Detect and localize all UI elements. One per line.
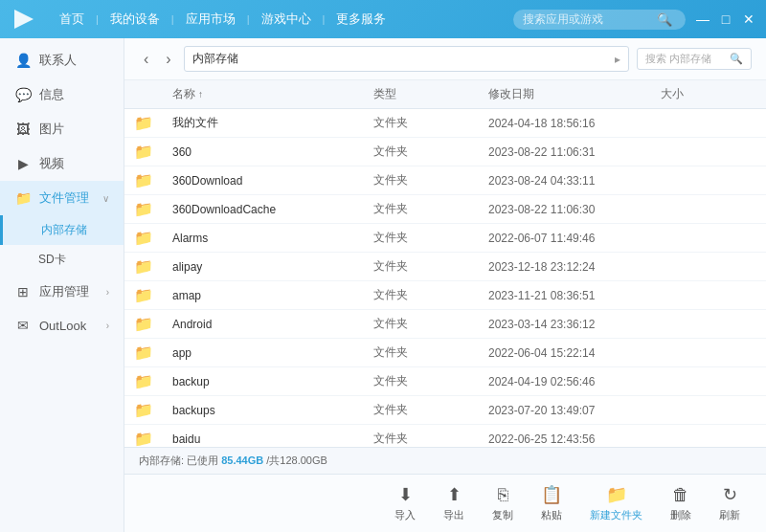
copy-button[interactable]: ⎘ 复制: [481, 481, 525, 526]
table-row[interactable]: 📁 360Download 文件夹 2023-08-24 04:33:11: [124, 166, 766, 195]
folder-icon: 📁: [134, 286, 172, 304]
outlook-icon: ✉: [14, 318, 32, 333]
top-search-input[interactable]: [523, 12, 657, 26]
file-name: Alarms: [172, 232, 373, 245]
file-date: 2023-08-22 11:06:30: [488, 203, 661, 216]
maximize-button[interactable]: □: [718, 11, 733, 27]
file-rows-container: 📁 我的文件 文件夹 2024-04-18 18:56:16 📁 360 文件夹…: [124, 109, 766, 447]
refresh-button[interactable]: ↻ 刷新: [708, 480, 752, 526]
delete-button[interactable]: 🗑 删除: [659, 481, 703, 526]
minimize-button[interactable]: —: [695, 11, 710, 27]
sidebar-item-videos[interactable]: ▶ 视频: [0, 146, 124, 181]
paste-button[interactable]: 📋 粘贴: [529, 480, 574, 526]
file-date: 2024-04-18 18:56:16: [488, 117, 661, 130]
sidebar-item-messages[interactable]: 💬 信息: [0, 78, 124, 112]
table-row[interactable]: 📁 Android 文件夹 2023-03-14 23:36:12: [124, 310, 766, 339]
import-button[interactable]: ⬇ 导入: [383, 480, 427, 526]
sidebar-item-contacts[interactable]: 👤 联系人: [0, 43, 124, 78]
status-used: 85.44GB: [221, 454, 263, 466]
file-date: 2024-04-19 02:56:46: [488, 375, 661, 388]
file-type: 文件夹: [373, 258, 488, 275]
outlook-chevron: ›: [106, 321, 109, 331]
file-type: 文件夹: [373, 115, 488, 131]
table-row[interactable]: 📁 app 文件夹 2022-06-04 15:22:14: [124, 339, 766, 367]
filemanager-icon: 📁: [14, 190, 32, 206]
table-row[interactable]: 📁 360 文件夹 2023-08-22 11:06:31: [124, 138, 766, 166]
file-name: app: [172, 346, 373, 360]
file-name: amap: [172, 289, 373, 302]
file-toolbar: ‹ › 内部存储 ▸ 搜索 内部存储 🔍: [124, 38, 766, 80]
export-label: 导出: [443, 508, 464, 522]
sidebar-item-filemanager[interactable]: 📁 文件管理 ∨: [0, 181, 124, 215]
table-row[interactable]: 📁 alipay 文件夹 2023-12-18 23:12:24: [124, 253, 766, 281]
sidebar-item-sdcard[interactable]: SD卡: [0, 245, 124, 275]
videos-icon: ▶: [14, 156, 32, 171]
header-type[interactable]: 类型: [373, 86, 488, 102]
file-type: 文件夹: [373, 230, 488, 246]
table-row[interactable]: 📁 Alarms 文件夹 2022-06-07 11:49:46: [124, 224, 766, 253]
sidebar-label-filemanager: 文件管理: [39, 189, 95, 207]
file-type: 文件夹: [373, 287, 488, 303]
table-row[interactable]: 📁 amap 文件夹 2023-11-21 08:36:51: [124, 281, 766, 310]
status-prefix: 内部存储: 已使用: [139, 454, 218, 466]
file-date: 2022-06-04 15:22:14: [488, 346, 661, 360]
file-type: 文件夹: [373, 172, 488, 188]
header-icon: [134, 86, 172, 102]
nav-mydevice[interactable]: 我的设备: [99, 11, 171, 28]
file-name: 我的文件: [172, 115, 373, 131]
nav-appmarket[interactable]: 应用市场: [174, 11, 247, 28]
newfolder-button[interactable]: 📁 新建文件夹: [578, 480, 654, 526]
export-button[interactable]: ⬆ 导出: [432, 480, 476, 526]
photos-icon: 🖼: [14, 122, 32, 137]
file-type: 文件夹: [373, 373, 488, 389]
sidebar: 👤 联系人 💬 信息 🖼 图片 ▶ 视频 📁 文件管理 ∨ 内部存储 SD卡 ⊞…: [0, 38, 124, 532]
status-suffix: /共128.00GB: [266, 454, 327, 466]
sidebar-item-appmanager[interactable]: ⊞ 应用管理 ›: [0, 275, 124, 309]
top-nav: 首页 | 我的设备 | 应用市场 | 游戏中心 | 更多服务: [48, 11, 513, 28]
sidebar-item-outlook[interactable]: ✉ OutLook ›: [0, 309, 124, 342]
table-row[interactable]: 📁 360DownloadCache 文件夹 2023-08-22 11:06:…: [124, 195, 766, 224]
table-row[interactable]: 📁 baidu 文件夹 2022-06-25 12:43:56: [124, 425, 766, 447]
table-row[interactable]: 📁 backup 文件夹 2024-04-19 02:56:46: [124, 367, 766, 396]
appmanager-icon: ⊞: [14, 284, 32, 299]
header-size[interactable]: 大小: [661, 86, 756, 102]
window-controls: — □ ✕: [695, 11, 756, 27]
sidebar-label-videos: 视频: [39, 155, 109, 172]
header-date[interactable]: 修改日期: [488, 86, 661, 102]
folder-icon: 📁: [134, 257, 172, 276]
nav-home[interactable]: 首页: [48, 11, 96, 28]
folder-icon: 📁: [134, 200, 172, 218]
path-box[interactable]: 内部存储 ▸: [184, 46, 629, 72]
messages-icon: 💬: [14, 87, 32, 102]
back-button[interactable]: ‹: [139, 49, 153, 70]
sidebar-label-photos: 图片: [39, 121, 109, 138]
main-layout: 👤 联系人 💬 信息 🖼 图片 ▶ 视频 📁 文件管理 ∨ 内部存储 SD卡 ⊞…: [0, 38, 766, 532]
folder-icon: 📁: [134, 372, 172, 390]
folder-icon: 📁: [134, 430, 172, 447]
table-row[interactable]: 📁 我的文件 文件夹 2024-04-18 18:56:16: [124, 109, 766, 138]
top-search-box[interactable]: 🔍: [513, 10, 686, 30]
close-button[interactable]: ✕: [741, 11, 756, 27]
nav-gamecenter[interactable]: 游戏中心: [250, 11, 323, 28]
file-date: 2022-06-25 12:43:56: [488, 432, 661, 446]
sidebar-item-photos[interactable]: 🖼 图片: [0, 112, 124, 146]
file-type: 文件夹: [373, 402, 488, 418]
header-name[interactable]: 名称 ↑: [172, 86, 373, 102]
refresh-icon: ↻: [723, 484, 737, 505]
file-type: 文件夹: [373, 144, 488, 160]
sort-arrow: ↑: [198, 89, 203, 100]
nav-moreservices[interactable]: 更多服务: [325, 11, 397, 28]
file-name: alipay: [172, 260, 373, 274]
app-logo: [10, 5, 38, 33]
file-type: 文件夹: [373, 316, 488, 332]
table-row[interactable]: 📁 backups 文件夹 2023-07-20 13:49:07: [124, 396, 766, 425]
table-header: 名称 ↑ 类型 修改日期 大小: [124, 80, 766, 109]
appmanager-chevron: ›: [106, 287, 109, 298]
file-date: 2023-08-24 04:33:11: [488, 174, 661, 188]
paste-label: 粘贴: [541, 508, 562, 522]
sidebar-sub-filemanager: 内部存储 SD卡: [0, 215, 124, 275]
folder-icon: 📁: [134, 229, 172, 247]
sidebar-item-internal[interactable]: 内部存储: [0, 215, 124, 245]
content-search-box[interactable]: 搜索 内部存储 🔍: [637, 48, 752, 70]
forward-button[interactable]: ›: [161, 49, 175, 70]
